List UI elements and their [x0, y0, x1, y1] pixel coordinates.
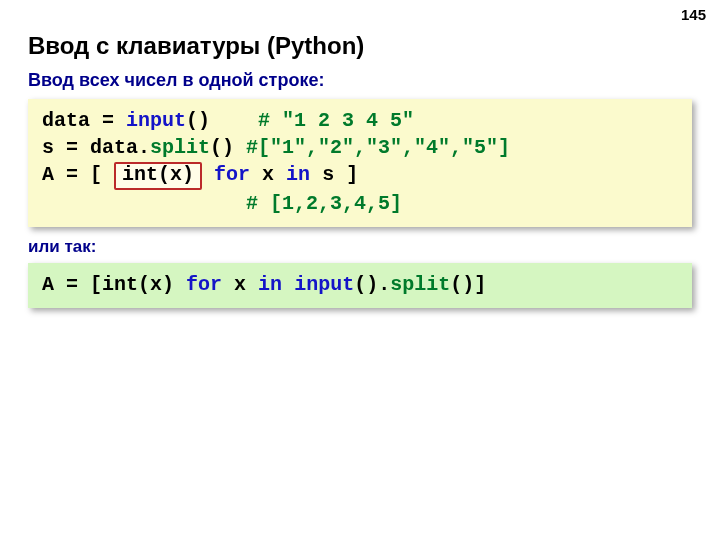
code-keyword: input: [294, 273, 354, 296]
code-text: [210, 109, 258, 132]
code-block-main: data = input() # "1 2 3 4 5" s = data.sp…: [28, 99, 692, 227]
code-text: =: [66, 273, 78, 296]
code-text: A: [42, 273, 66, 296]
code-keyword: for: [214, 163, 250, 186]
code-text: (): [186, 109, 210, 132]
code-comment: # [1,2,3,4,5]: [246, 192, 402, 215]
note-line: или так:: [28, 237, 692, 257]
code-text: data: [42, 109, 102, 132]
code-text: =: [66, 136, 78, 159]
code-text: =: [102, 109, 114, 132]
code-block-alt: A = [int(x) for x in input().split()]: [28, 263, 692, 308]
code-comment: # "1 2 3 4 5": [258, 109, 414, 132]
subtitle-line: Ввод всех чисел в одной строке:: [28, 70, 692, 91]
code-text: [42, 192, 246, 215]
code-text: data.: [78, 136, 150, 159]
code-text: [: [78, 163, 114, 186]
code-comment: #["1","2","3","4","5"]: [246, 136, 510, 159]
page-number: 145: [681, 6, 706, 23]
highlight-int-x: int(x): [114, 162, 202, 190]
code-text: [114, 109, 126, 132]
code-text: ()]: [450, 273, 486, 296]
code-method: split: [390, 273, 450, 296]
code-text: x: [222, 273, 258, 296]
code-keyword: input: [126, 109, 186, 132]
code-text: (): [210, 136, 246, 159]
code-text: ().: [354, 273, 390, 296]
code-method: split: [150, 136, 210, 159]
code-text: [282, 273, 294, 296]
slide-title: Ввод с клавиатуры (Python): [28, 32, 692, 60]
code-text: [202, 163, 214, 186]
code-text: x: [250, 163, 286, 186]
code-text: s: [42, 136, 66, 159]
code-keyword: in: [258, 273, 282, 296]
code-keyword: for: [186, 273, 222, 296]
code-text: A: [42, 163, 66, 186]
code-text: =: [66, 163, 78, 186]
code-keyword: in: [286, 163, 310, 186]
code-text: s ]: [310, 163, 358, 186]
code-text: [int(x): [78, 273, 186, 296]
